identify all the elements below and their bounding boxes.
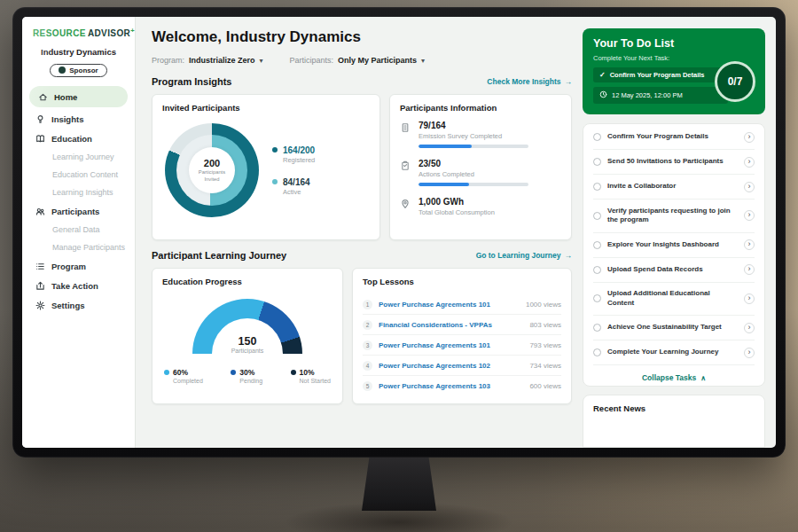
filter-bar: Program: Industrialize Zero Participants… xyxy=(152,56,572,65)
lesson-row[interactable]: 3 Power Purchase Agreements 101 793 view… xyxy=(363,335,561,356)
sidebar-item-label: Manage Participants xyxy=(52,243,125,252)
sidebar-item-insights[interactable]: Insights xyxy=(22,109,135,129)
legend-label: Registered xyxy=(283,156,315,164)
sidebar-item-label: Settings xyxy=(51,301,84,310)
task-checkbox[interactable] xyxy=(593,324,601,332)
task-checkbox[interactable] xyxy=(593,158,601,166)
education-progress-card: Education Progress 150 Participants xyxy=(152,268,343,404)
gauge-center-value: 150 xyxy=(192,335,302,348)
legend-dot-not-started xyxy=(291,370,296,375)
sidebar-item-home[interactable]: Home xyxy=(29,86,128,107)
program-filter-dropdown[interactable]: Program: Industrialize Zero xyxy=(152,56,263,65)
lesson-title-link[interactable]: Power Purchase Agreements 101 xyxy=(379,341,523,349)
chevron-right-icon[interactable] xyxy=(744,182,755,192)
card-title: Education Progress xyxy=(162,277,332,286)
legend-item-pending: 30% Pending xyxy=(231,368,262,384)
task-row[interactable]: Send 50 Invitations to Participants xyxy=(593,150,755,175)
task-label: Send 50 Invitations to Participants xyxy=(607,157,738,167)
task-row[interactable]: Invite a Collaborator xyxy=(593,175,755,200)
chevron-right-icon[interactable] xyxy=(744,157,755,168)
sidebar-item-learning-journey[interactable]: Learning Journey xyxy=(22,148,135,166)
task-checkbox[interactable] xyxy=(593,212,601,220)
sidebar-item-learning-insights[interactable]: Learning Insights xyxy=(22,184,135,201)
task-checkbox[interactable] xyxy=(593,266,601,274)
task-checkbox[interactable] xyxy=(593,294,601,302)
lesson-views: 803 views xyxy=(529,321,561,329)
task-row[interactable]: Explore Your Insights Dashboard xyxy=(593,233,755,258)
stat-label: Total Global Consumption xyxy=(419,208,495,216)
sidebar-item-education-content[interactable]: Education Content xyxy=(22,166,135,184)
stat-value: 1,000 GWh xyxy=(419,197,495,207)
task-row[interactable]: Achieve One Sustainability Target xyxy=(593,316,755,340)
sidebar-item-label: Learning Insights xyxy=(52,188,113,197)
account-block: Industry Dynamics Sponsor xyxy=(22,46,135,86)
participants-filter-label: Participants: xyxy=(290,56,334,65)
task-row[interactable]: Upload Additional Educational Content xyxy=(593,283,755,317)
task-checkbox[interactable] xyxy=(593,348,601,356)
sidebar: RESOURCEADVISOR+ Industry Dynamics Spons… xyxy=(22,17,136,448)
legend-dot-pending xyxy=(231,370,236,375)
sidebar-item-education[interactable]: Education xyxy=(22,129,135,148)
lesson-row[interactable]: 5 Power Purchase Agreements 103 600 view… xyxy=(363,376,561,395)
go-to-learning-journey-link[interactable]: Go to Learning Journey → xyxy=(476,251,572,260)
sidebar-item-participants[interactable]: Participants xyxy=(22,201,135,221)
chevron-right-icon[interactable] xyxy=(744,264,755,275)
sidebar-item-manage-participants[interactable]: Manage Participants xyxy=(22,239,135,256)
todo-progress-ring: 0/7 xyxy=(715,61,755,102)
recent-news-title: Recent News xyxy=(593,403,645,413)
sidebar-item-settings[interactable]: Settings xyxy=(22,295,135,315)
todo-next-task[interactable]: Confirm Your Program Details xyxy=(593,67,728,82)
sidebar-item-label: Home xyxy=(54,92,77,102)
legend-dot-active xyxy=(272,179,278,184)
legend-label: Active xyxy=(283,188,310,196)
link-label: Go to Learning Journey xyxy=(476,251,561,260)
lesson-title-link[interactable]: Financial Considerations - VPPAs xyxy=(379,321,523,329)
task-label: Confirm Your Program Details xyxy=(607,132,738,142)
chevron-right-icon[interactable] xyxy=(744,239,755,250)
program-insights-section-header: Program Insights Check More Insights → xyxy=(152,76,572,87)
invited-participants-donut-chart: 200 Participants Invited xyxy=(165,123,259,217)
book-icon xyxy=(35,133,45,144)
lesson-title-link[interactable]: Power Purchase Agreements 101 xyxy=(379,301,520,309)
chevron-right-icon[interactable] xyxy=(744,293,755,304)
chevron-right-icon[interactable] xyxy=(744,323,755,333)
participants-filter-dropdown[interactable]: Participants: Only My Participants xyxy=(290,56,426,65)
sidebar-item-general-data[interactable]: General Data xyxy=(22,221,135,239)
sidebar-item-take-action[interactable]: Take Action xyxy=(22,276,135,295)
sponsor-icon xyxy=(59,66,66,74)
task-label: Explore Your Insights Dashboard xyxy=(607,240,738,250)
clock-icon xyxy=(599,90,607,100)
task-checkbox[interactable] xyxy=(593,241,601,249)
lesson-title-link[interactable]: Power Purchase Agreements 102 xyxy=(379,362,523,370)
lesson-row[interactable]: 1 Power Purchase Agreements 101 1000 vie… xyxy=(363,294,561,315)
lesson-rank: 5 xyxy=(363,381,372,391)
check-more-insights-link[interactable]: Check More Insights → xyxy=(487,77,572,86)
task-row[interactable]: Verify participants requesting to join t… xyxy=(593,200,755,233)
chevron-right-icon[interactable] xyxy=(744,132,755,143)
recent-news-card: Recent News xyxy=(583,395,765,448)
gauge-center: 150 Participants xyxy=(192,335,302,354)
lesson-row[interactable]: 2 Financial Considerations - VPPAs 803 v… xyxy=(363,315,561,335)
legend-value: 84/164 xyxy=(283,177,310,187)
chevron-right-icon[interactable] xyxy=(744,348,755,358)
task-checkbox[interactable] xyxy=(593,133,601,141)
collapse-tasks-button[interactable]: Collapse Tasks xyxy=(593,365,755,385)
chevron-right-icon[interactable] xyxy=(744,210,755,221)
legend-label: Completed xyxy=(173,378,203,384)
task-checkbox[interactable] xyxy=(593,183,601,191)
lesson-rank: 2 xyxy=(363,320,372,330)
task-row[interactable]: Upload Spend Data Records xyxy=(593,258,755,283)
lesson-title-link[interactable]: Power Purchase Agreements 103 xyxy=(379,382,523,390)
monitor-stand-shadow xyxy=(284,502,514,532)
lesson-row[interactable]: 4 Power Purchase Agreements 102 734 view… xyxy=(363,356,561,376)
todo-task-list: Confirm Your Program Details Send 50 Inv… xyxy=(583,123,765,387)
home-icon xyxy=(37,91,48,102)
task-row[interactable]: Confirm Your Program Details xyxy=(593,125,755,150)
sidebar-item-program[interactable]: Program xyxy=(22,256,135,276)
sidebar-item-label: Participants xyxy=(51,207,99,216)
stat-label: Emission Survey Completed xyxy=(419,132,528,140)
task-row[interactable]: Complete Your Learning Journey xyxy=(593,340,755,365)
page-title: Welcome, Industry Dynamics xyxy=(152,28,572,46)
sidebar-item-label: Take Action xyxy=(51,281,98,291)
sponsor-badge[interactable]: Sponsor xyxy=(50,64,106,77)
